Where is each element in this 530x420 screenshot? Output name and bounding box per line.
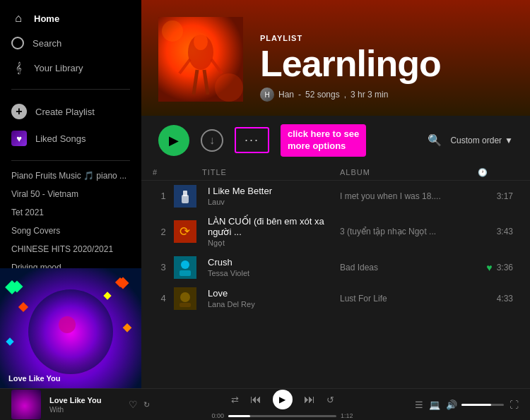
volume-track[interactable]	[461, 404, 504, 406]
table-row[interactable]: 2 ⟳ LÀN CUỐI (đi bên em xót xa người ...…	[141, 212, 530, 252]
custom-order-button[interactable]: Custom order ▼	[450, 136, 513, 145]
svg-rect-5	[103, 292, 111, 299]
more-options-button[interactable]: ···	[235, 127, 269, 153]
track-name: I Like Me Better	[208, 186, 340, 196]
playlist-list-item[interactable]: CHINESE HITS 2020/2021	[0, 240, 141, 258]
svg-point-23	[181, 260, 189, 269]
author-avatar: H	[260, 88, 274, 102]
progress-track[interactable]	[228, 415, 336, 417]
player-bar: Love Like You With ♡ ↻ ⇄ ⏮ ▶ ⏭ ↺ 0:00 1:…	[0, 388, 530, 420]
library-icon: 𝄞	[11, 61, 25, 75]
track-info: Crush Tessa Violet	[202, 257, 340, 277]
play-button[interactable]: ▶	[158, 125, 189, 156]
plus-icon: +	[11, 104, 27, 119]
volume-icon[interactable]: 🔊	[446, 400, 457, 410]
main-content: PLAYLIST Learnlingo H Han - 52 songs , 3…	[141, 0, 530, 388]
svg-rect-4	[115, 277, 125, 287]
col-title: TITLE	[202, 168, 340, 176]
queue-button[interactable]: ☰	[415, 400, 423, 410]
sidebar-bottom-art: Love Like You	[0, 268, 141, 388]
svg-point-26	[180, 292, 190, 302]
playlist-title: Learnlingo	[260, 45, 441, 82]
table-row[interactable]: 3 Crush Tessa Violet Bad Ideas ♥3:36	[141, 252, 530, 283]
player-heart-button[interactable]: ♡	[129, 399, 138, 410]
playlist-header: PLAYLIST Learnlingo H Han - 52 songs , 3…	[141, 0, 530, 116]
track-number: 3	[153, 262, 174, 272]
player-track-info: Love Like You With	[49, 396, 120, 414]
player-more-button[interactable]: ↻	[143, 400, 150, 409]
track-duration: 3:17	[478, 191, 513, 201]
track-album: I met you when I was 18....	[340, 191, 478, 201]
volume-bar-container: 🔊	[446, 400, 504, 410]
playlist-list-item[interactable]: Driving mood	[0, 258, 141, 268]
app-container: ⌂ Home Search 𝄞 Your Library + Create Pl…	[0, 0, 530, 420]
track-info: LÀN CUỐI (đi bên em xót xa người ... Ngọ…	[202, 216, 340, 248]
sidebar-item-home[interactable]: ⌂ Home	[0, 6, 141, 31]
track-duration: 4:33	[478, 294, 513, 304]
prev-button[interactable]: ⏮	[250, 393, 261, 406]
track-name: Love	[208, 288, 340, 299]
download-button[interactable]: ↓	[201, 129, 223, 152]
playlist-list[interactable]: Piano Fruits Music 🎵 piano ...Viral 50 -…	[0, 164, 141, 268]
playlist-list-item[interactable]: Viral 50 - Vietnam	[0, 185, 141, 203]
playlist-list-item[interactable]: Song Covers	[0, 222, 141, 240]
song-count: 52 songs	[305, 90, 340, 100]
devices-button[interactable]: 💻	[429, 400, 440, 410]
playlist-cover-art	[158, 17, 243, 102]
track-album: Bad Ideas	[340, 263, 478, 272]
controls-bar: ▶ ↓ ··· click here to seemore options 🔍 …	[141, 116, 530, 165]
sidebar-divider-2	[11, 160, 130, 161]
track-number: 2	[153, 227, 174, 237]
fullscreen-button[interactable]: ⛶	[510, 400, 519, 410]
liked-songs-item[interactable]: ♥ Liked Songs	[0, 125, 141, 152]
track-album: 3 (tuyển tập nhạc Ngọt ...	[340, 227, 478, 236]
player-track-name: Love Like You	[49, 396, 120, 404]
liked-icon: ♥	[486, 262, 492, 273]
next-button[interactable]: ⏭	[304, 393, 315, 406]
sidebar-item-search[interactable]: Search	[0, 31, 141, 55]
bottom-track-name: Love Like You	[8, 374, 61, 383]
meta-comma: ,	[344, 90, 346, 100]
playlist-list-item[interactable]: Tet 2021	[0, 203, 141, 222]
playlist-meta: H Han - 52 songs , 3 hr 3 min	[260, 88, 441, 102]
track-number: 1	[153, 191, 174, 201]
track-thumbnail	[174, 256, 196, 279]
track-thumbnail	[174, 287, 196, 310]
main-layout: ⌂ Home Search 𝄞 Your Library + Create Pl…	[0, 0, 530, 388]
track-artist: Ngọt	[208, 239, 340, 248]
table-row[interactable]: 4 Love Lana Del Rey Lust For Life 4:33	[141, 283, 530, 314]
time-current: 0:00	[212, 412, 225, 419]
player-actions: ♡ ↻	[129, 399, 150, 410]
sidebar-item-library[interactable]: 𝄞 Your Library	[0, 55, 141, 80]
progress-bar-container[interactable]: 0:00 1:12	[212, 412, 353, 419]
player-track-artist: With	[49, 406, 120, 414]
cover-svg	[158, 17, 243, 102]
player-play-pause-button[interactable]: ▶	[273, 390, 293, 409]
create-playlist-label: Create Playlist	[35, 107, 95, 117]
track-info: I Like Me Better Lauv	[202, 186, 340, 206]
track-duration: ♥3:36	[478, 262, 513, 273]
track-duration-value: 3:17	[497, 191, 513, 201]
svg-rect-19	[182, 195, 189, 203]
playlist-list-item[interactable]: Piano Fruits Music 🎵 piano ...	[0, 167, 141, 185]
track-list[interactable]: # TITLE ALBUM 🕐 1 I Like Me Better Lauv …	[141, 165, 530, 388]
sidebar-thumb: Love Like You	[0, 268, 141, 388]
track-number: 4	[153, 293, 174, 304]
shuffle-button[interactable]: ⇄	[231, 395, 239, 405]
svg-point-10	[194, 33, 208, 50]
now-playing-label: Love Like You	[8, 374, 61, 383]
svg-rect-7	[123, 323, 132, 332]
svg-rect-2	[11, 281, 23, 293]
svg-rect-6	[6, 337, 13, 345]
sidebar-item-search-label: Search	[33, 38, 61, 49]
table-row[interactable]: 1 I Like Me Better Lauv I met you when I…	[141, 181, 530, 212]
liked-songs-label: Liked Songs	[35, 133, 86, 144]
repeat-button[interactable]: ↺	[326, 395, 334, 405]
track-search-icon[interactable]: 🔍	[428, 133, 442, 147]
svg-point-1	[59, 316, 76, 333]
col-album: ALBUM	[340, 168, 478, 176]
svg-rect-27	[179, 303, 191, 307]
svg-point-15	[162, 20, 183, 42]
create-playlist-item[interactable]: + Create Playlist	[0, 98, 141, 125]
meta-separator: -	[298, 90, 301, 100]
